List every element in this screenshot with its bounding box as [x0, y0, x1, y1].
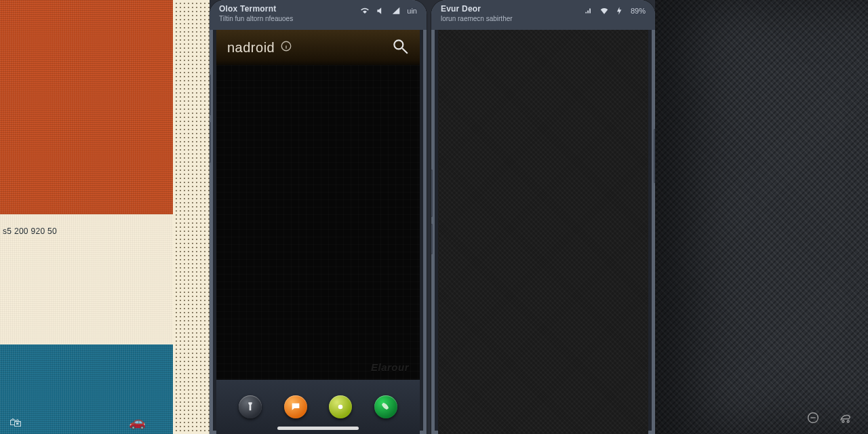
charging-icon [615, 6, 625, 16]
info-icon[interactable] [280, 40, 292, 55]
battery-text: uin [407, 7, 417, 15]
halftone-strip [173, 0, 210, 434]
battery-text-b: 89% [631, 7, 646, 15]
dock-voice-icon[interactable] [329, 395, 352, 418]
phone-b-side-button[interactable] [431, 170, 433, 217]
app-canvas[interactable]: Elarour [216, 65, 420, 380]
search-icon[interactable] [391, 37, 409, 58]
home-handle[interactable] [277, 427, 359, 430]
texture-swatches: s5 200 920 50 🛍 🚗 [0, 0, 173, 434]
phone-b-side-button-2[interactable] [431, 224, 433, 254]
signal-small-icon [584, 6, 593, 16]
swatch-code-label: s5 200 920 50 [3, 226, 57, 236]
panel-icon-b [838, 410, 853, 429]
dock-phone-icon[interactable] [374, 395, 397, 418]
status-subtitle: Tiltin fun altorn nfeauoes [219, 15, 417, 22]
teal-icon-a: 🛍 [9, 416, 22, 430]
svg-point-8 [847, 420, 849, 422]
swatch-cream: s5 200 920 50 [0, 214, 173, 344]
panel-right [655, 0, 868, 434]
phone-a-screen: nadroid Elarour [216, 30, 420, 434]
speaker-icon [376, 6, 385, 16]
signal-icon [391, 6, 401, 16]
status-subtitle-b: lorun raemecn sabirther [441, 15, 646, 22]
phone-a-statusbar: Olox Termornt Tiltin fun altorn nfeauoes… [210, 0, 427, 30]
phone-a: Olox Termornt Tiltin fun altorn nfeauoes… [210, 0, 427, 434]
wifi-icon [360, 6, 370, 16]
dock-flashlight-icon[interactable] [239, 395, 262, 418]
swatch-teal: 🛍 🚗 [0, 344, 173, 434]
teal-icon-b: 🚗 [129, 414, 146, 430]
swatch-orange [0, 0, 173, 214]
svg-point-7 [842, 420, 844, 422]
svg-line-4 [402, 48, 408, 54]
svg-point-5 [338, 405, 343, 410]
phone-a-volume-up[interactable] [210, 75, 211, 115]
wifi-icon [599, 6, 609, 16]
phone-b: Evur Deor lorun raemecn sabirther 89% [431, 0, 655, 434]
watermark: Elarour [371, 361, 409, 373]
phone-b-statusbar: Evur Deor lorun raemecn sabirther 89% [431, 0, 655, 30]
app-bar: nadroid [216, 30, 420, 65]
dock [216, 380, 420, 434]
phone-b-screen[interactable] [438, 30, 648, 434]
app-title: nadroid [227, 40, 275, 56]
phone-a-volume-down[interactable] [210, 122, 211, 163]
panel-icon-a [806, 410, 821, 429]
dock-chat-icon[interactable] [284, 395, 307, 418]
svg-point-3 [394, 40, 403, 49]
